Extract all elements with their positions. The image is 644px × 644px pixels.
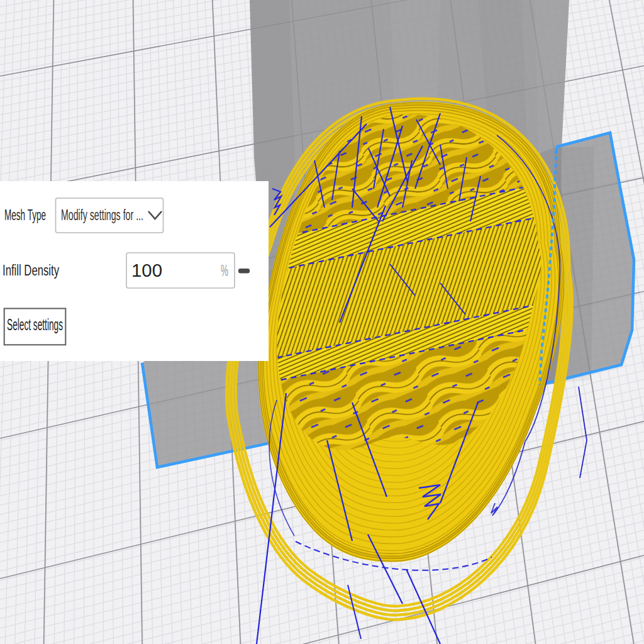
svg-text:Mesh Type: Mesh Type bbox=[4, 207, 46, 223]
svg-text:Infill Density: Infill Density bbox=[3, 262, 59, 279]
svg-text:100: 100 bbox=[131, 260, 162, 280]
svg-text:Select settings: Select settings bbox=[7, 316, 63, 333]
svg-text:Modify settings for ...: Modify settings for ... bbox=[61, 207, 143, 223]
svg-text:%: % bbox=[221, 262, 228, 279]
